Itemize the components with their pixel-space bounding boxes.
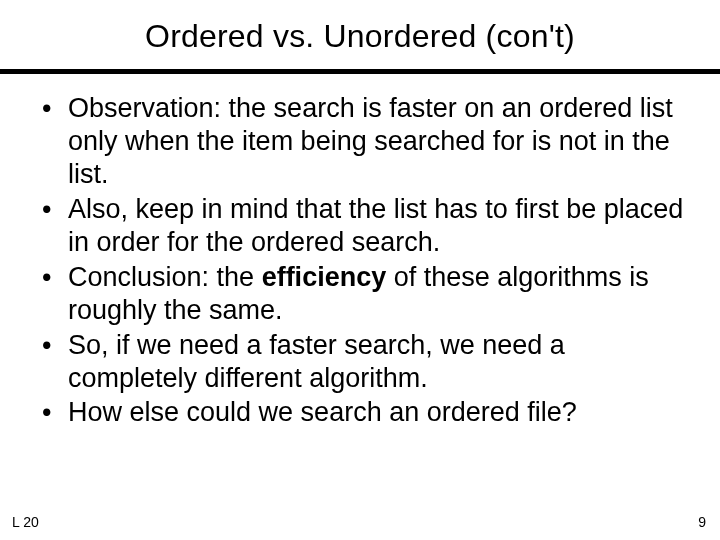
- bullet-text: Conclusion: the: [68, 262, 262, 292]
- bullet-text: Also, keep in mind that the list has to …: [68, 194, 683, 257]
- bullet-item: Observation: the search is faster on an …: [48, 92, 690, 191]
- bullet-item: Conclusion: the efficiency of these algo…: [48, 261, 690, 327]
- title-wrap: Ordered vs. Unordered (con't): [0, 0, 720, 63]
- bullet-item: How else could we search an ordered file…: [48, 396, 690, 429]
- footer-left: L 20: [12, 514, 39, 530]
- bullet-text: Observation: the search is faster on an …: [68, 93, 673, 189]
- bullet-text: So, if we need a faster search, we need …: [68, 330, 565, 393]
- bullet-text-bold: efficiency: [262, 262, 387, 292]
- slide-number: 9: [698, 514, 706, 530]
- bullet-text: How else could we search an ordered file…: [68, 397, 577, 427]
- bullet-list: Observation: the search is faster on an …: [48, 92, 690, 429]
- content-area: Observation: the search is faster on an …: [0, 74, 720, 429]
- bullet-item: So, if we need a faster search, we need …: [48, 329, 690, 395]
- bullet-item: Also, keep in mind that the list has to …: [48, 193, 690, 259]
- slide: Ordered vs. Unordered (con't) Observatio…: [0, 0, 720, 540]
- slide-title: Ordered vs. Unordered (con't): [0, 18, 720, 55]
